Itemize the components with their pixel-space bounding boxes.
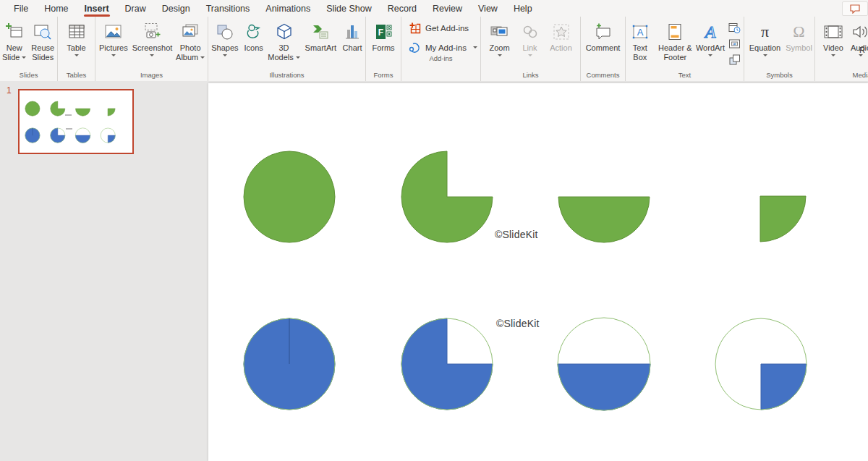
text-box-button[interactable]: A Text Box <box>626 18 655 62</box>
smartart-button[interactable]: SmartArt <box>302 18 339 53</box>
menu-review[interactable]: Review <box>425 0 470 17</box>
chart-icon <box>343 20 362 43</box>
video-icon <box>823 20 843 43</box>
forms-label: Forms <box>372 43 394 52</box>
table-button[interactable]: Table <box>60 18 93 56</box>
my-add-ins-button[interactable]: My Add-ins <box>409 41 480 54</box>
3d-models-button[interactable]: 3D Models <box>266 18 302 62</box>
chevron-down-icon <box>473 46 477 48</box>
icons-button[interactable]: Icons <box>242 18 266 53</box>
menu-animations[interactable]: Animations <box>258 0 318 17</box>
chevron-down-icon <box>22 56 26 59</box>
photo-album-button[interactable]: Photo Album <box>173 18 208 62</box>
screenshot-icon <box>142 20 161 43</box>
wordart-button[interactable]: A WordArt <box>696 18 725 56</box>
3d-models-icon <box>275 20 294 43</box>
reuse-slides-label: Reuse Slides <box>31 43 54 62</box>
video-button[interactable]: Video <box>820 18 847 56</box>
chevron-down-icon <box>831 54 835 56</box>
group-label-slides: Slides <box>0 70 57 81</box>
new-slide-label: New Slide <box>2 43 22 62</box>
menu-home[interactable]: Home <box>36 0 76 17</box>
slide-number-button[interactable]: # <box>726 36 742 51</box>
green-pie-75 <box>51 101 65 116</box>
header-footer-button[interactable]: Header & Footer <box>655 18 696 62</box>
forms-button[interactable]: F Forms <box>367 18 399 53</box>
menu-insert[interactable]: Insert <box>77 0 117 17</box>
shapes-button[interactable]: Shapes <box>208 18 242 56</box>
zoom-button[interactable]: Zoom <box>484 18 516 56</box>
pictures-button[interactable]: Pictures <box>95 18 132 56</box>
chevron-down-icon <box>498 54 502 56</box>
action-icon <box>552 20 571 43</box>
photo-album-icon <box>181 20 200 43</box>
photo-album-label: Photo Album <box>176 43 200 62</box>
get-add-ins-button[interactable]: Get Add-ins <box>409 22 480 34</box>
group-label-text: Text <box>626 70 744 81</box>
action-label: Action <box>550 43 572 52</box>
blue-pie-100[interactable] <box>244 318 335 410</box>
screen-recording-button-clipped[interactable]: R <box>859 46 865 54</box>
svg-text:A: A <box>637 27 643 38</box>
green-pie-50 <box>75 109 90 116</box>
get-add-ins-icon <box>409 22 421 34</box>
menu-record[interactable]: Record <box>380 0 425 17</box>
ribbon-group-images: Pictures Screenshot Photo Album Images <box>95 17 208 81</box>
comment-button[interactable]: Comment <box>582 18 624 53</box>
zoom-icon <box>490 20 510 43</box>
slide-1-thumbnail[interactable] <box>18 89 134 154</box>
group-label-symbols: Symbols <box>744 70 814 81</box>
action-button: Action <box>545 18 578 53</box>
ribbon-group-slides: New Slide Reuse Slides Slides <box>0 17 58 81</box>
menu-view[interactable]: View <box>470 0 506 17</box>
symbol-label: Symbol <box>786 43 812 52</box>
ribbon-group-forms: F Forms Forms <box>366 17 401 81</box>
object-icon <box>728 54 741 66</box>
equation-label: Equation <box>749 43 780 52</box>
screenshot-button[interactable]: Screenshot <box>132 18 174 56</box>
powerpoint-window: { "menu_bar": { "items": [ {"label": "Fi… <box>0 0 868 461</box>
slide-number: 1 <box>7 85 12 96</box>
video-label: Video <box>823 43 843 52</box>
table-label: Table <box>67 43 85 52</box>
my-add-ins-label: My Add-ins <box>425 43 467 52</box>
chevron-down-icon <box>528 54 532 56</box>
ribbon-group-illustrations: Shapes Icons 3D Models SmartArt <box>208 17 366 81</box>
my-add-ins-icon <box>409 41 421 54</box>
group-label-images: Images <box>95 70 208 81</box>
chevron-down-icon <box>223 54 227 56</box>
menu-design[interactable]: Design <box>154 0 198 17</box>
icons-icon <box>244 20 263 43</box>
screenshot-label: Screenshot <box>132 43 173 52</box>
text-box-icon: A <box>631 20 650 43</box>
icons-label: Icons <box>244 43 263 52</box>
menu-file[interactable]: File <box>6 0 36 17</box>
group-label-comments: Comments <box>581 70 625 81</box>
comments-pane-button[interactable] <box>842 1 868 16</box>
blue-pie-50 <box>75 135 90 143</box>
comment-icon <box>594 20 613 43</box>
menu-slide-show[interactable]: Slide Show <box>318 0 380 17</box>
new-slide-button[interactable]: New Slide <box>0 18 29 62</box>
date-time-button[interactable] <box>726 20 742 35</box>
text-box-label: Text Box <box>633 43 647 62</box>
chevron-down-icon <box>763 54 767 56</box>
equation-button[interactable]: π Equation <box>746 18 785 56</box>
menu-draw[interactable]: Draw <box>117 0 154 17</box>
object-button[interactable] <box>726 52 742 67</box>
green-pie-100 <box>25 101 40 116</box>
menu-transitions[interactable]: Transitions <box>198 0 258 17</box>
chart-button[interactable]: Chart <box>339 18 365 53</box>
menu-help[interactable]: Help <box>506 0 540 17</box>
smartart-label: SmartArt <box>305 43 336 52</box>
symbol-button: Ω Symbol <box>785 18 814 53</box>
ribbon-group-symbols: π Equation Ω Symbol Symbols <box>744 17 815 81</box>
ribbon-group-comments: Comment Comments <box>581 17 626 81</box>
link-icon <box>521 20 540 43</box>
reuse-slides-button[interactable]: Reuse Slides <box>29 18 58 62</box>
chevron-down-icon <box>200 56 205 59</box>
green-pie-100[interactable] <box>244 151 335 242</box>
ribbon-group-tables: Table Tables <box>58 17 95 81</box>
chart-label: Chart <box>343 43 362 52</box>
chevron-down-icon <box>75 54 79 56</box>
